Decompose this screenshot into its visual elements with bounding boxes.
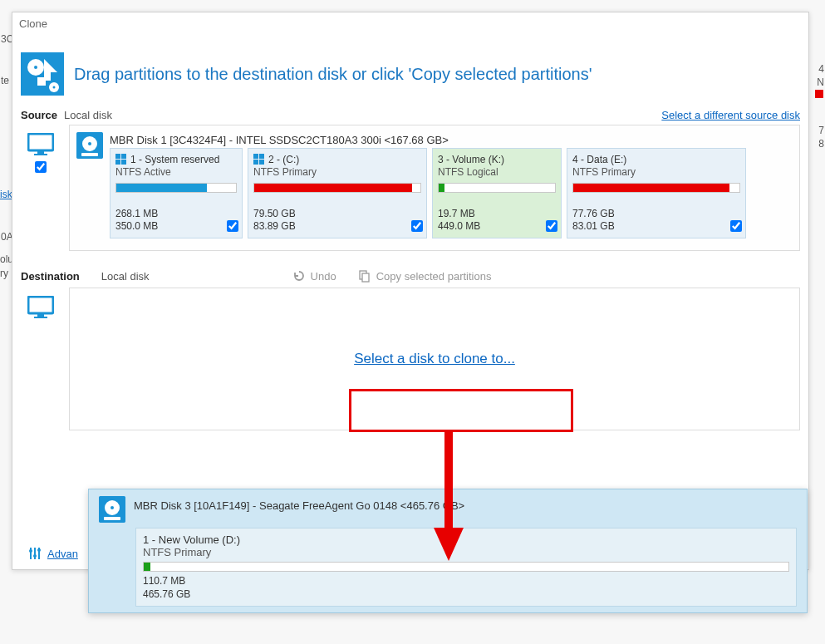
svg-rect-25 — [34, 317, 47, 318]
source-disk-checkbox[interactable] — [35, 161, 47, 173]
monitor-icon — [27, 133, 54, 156]
partition-name: 2 - (C:) — [268, 154, 299, 165]
monitor-icon — [27, 296, 54, 319]
svg-rect-24 — [37, 314, 44, 317]
select-destination-link[interactable]: Select a disk to clone to... — [354, 351, 515, 367]
partition-checkbox[interactable] — [411, 220, 423, 232]
destination-disk-panel: MBR Disk 3 [10A1F149] - Seagate FreeAgen… — [88, 489, 808, 613]
partition-4[interactable]: 4 - Data (E:)NTFS Primary77.76 GB83.01 G… — [567, 148, 746, 238]
usage-bar — [438, 183, 556, 193]
select-different-source-link[interactable]: Select a different source disk — [661, 109, 800, 121]
partition-1[interactable]: 1 - System reservedNTFS Active268.1 MB35… — [110, 148, 243, 238]
svg-point-2 — [34, 66, 37, 69]
svg-rect-12 — [81, 153, 98, 156]
partition-checkbox[interactable] — [730, 220, 742, 232]
source-disk-title: MBR Disk 1 [3C4324F4] - INTEL SSDSC2CT18… — [110, 132, 793, 148]
source-disk-panel: MBR Disk 1 [3C4324F4] - INTEL SSDSC2CT18… — [69, 125, 800, 251]
result-used: 110.7 MB — [143, 575, 789, 588]
svg-rect-16 — [121, 160, 126, 165]
partition-sizes: 77.76 GB83.01 GB — [572, 208, 740, 233]
hdd-icon — [99, 496, 125, 523]
svg-rect-22 — [362, 273, 369, 282]
partition-name: 1 - System reserved — [130, 154, 219, 165]
svg-rect-8 — [34, 154, 47, 155]
partition-sizes: 19.7 MB449.0 MB — [438, 208, 556, 233]
svg-rect-18 — [259, 154, 264, 159]
hdd-icon — [76, 132, 103, 159]
svg-rect-17 — [253, 154, 258, 159]
usage-bar — [253, 183, 421, 193]
partition-fs: NTFS Logical — [438, 166, 556, 178]
copy-selected-button[interactable]: Copy selected partitions — [358, 269, 492, 283]
result-partition-fs: NTFS Primary — [143, 546, 789, 558]
partition-checkbox[interactable] — [546, 220, 557, 232]
copy-icon — [358, 269, 371, 283]
svg-rect-19 — [253, 160, 258, 165]
source-label: Source — [21, 109, 57, 121]
destination-location: Local disk — [101, 270, 150, 283]
svg-rect-13 — [115, 154, 120, 159]
partition-sizes: 79.50 GB83.89 GB — [253, 208, 421, 233]
usage-bar — [115, 183, 237, 193]
svg-rect-14 — [121, 154, 126, 159]
result-partition[interactable]: 1 - New Volume (D:) NTFS Primary 110.7 M… — [135, 528, 797, 607]
clone-dialog: Clone Drag partitions to the destination… — [12, 12, 809, 570]
clone-icon — [21, 52, 64, 96]
destination-label: Destination — [21, 270, 80, 283]
header-instruction: Drag partitions to the destination disk … — [74, 65, 592, 84]
partition-fs: NTFS Primary — [572, 166, 740, 178]
svg-point-30 — [33, 554, 37, 558]
svg-point-29 — [29, 549, 32, 553]
usage-bar — [572, 183, 740, 193]
result-partition-name: 1 - New Volume (D:) — [143, 533, 789, 546]
result-usage-bar — [143, 562, 789, 572]
svg-rect-20 — [259, 160, 264, 165]
destination-panel: Select a disk to clone to... — [69, 288, 800, 430]
partition-name: 4 - Data (E:) — [572, 154, 626, 165]
windows-flag-icon — [253, 154, 265, 165]
windows-flag-icon — [115, 154, 127, 165]
result-total: 465.76 GB — [143, 588, 789, 602]
svg-rect-6 — [28, 134, 53, 150]
partition-fs: NTFS Primary — [253, 166, 421, 178]
svg-point-5 — [53, 86, 56, 89]
partition-checkbox[interactable] — [227, 220, 238, 232]
window-title: Clone — [12, 12, 808, 36]
svg-rect-15 — [115, 160, 120, 165]
result-disk-title: MBR Disk 3 [10A1F149] - Seagate FreeAgen… — [134, 496, 464, 514]
sliders-icon — [27, 546, 42, 561]
partition-sizes: 268.1 MB350.0 MB — [115, 208, 237, 233]
undo-button[interactable]: Undo — [292, 269, 336, 283]
svg-rect-23 — [28, 297, 53, 313]
partition-3[interactable]: 3 - Volume (K:)NTFS Logical19.7 MB449.0 … — [432, 148, 562, 238]
svg-rect-37 — [104, 517, 120, 520]
svg-point-36 — [110, 506, 114, 509]
svg-point-31 — [37, 548, 41, 552]
partition-fs: NTFS Active — [115, 166, 237, 178]
undo-label: Undo — [311, 270, 336, 283]
advanced-options-link[interactable]: Advan — [47, 548, 78, 560]
source-location: Local disk — [64, 109, 112, 121]
copy-selected-label: Copy selected partitions — [376, 270, 492, 283]
svg-rect-7 — [37, 151, 44, 154]
undo-icon — [292, 269, 306, 283]
svg-point-11 — [88, 142, 91, 145]
partition-2[interactable]: 2 - (C:)NTFS Primary79.50 GB83.89 GB — [248, 148, 427, 238]
partition-name: 3 - Volume (K:) — [438, 154, 504, 165]
